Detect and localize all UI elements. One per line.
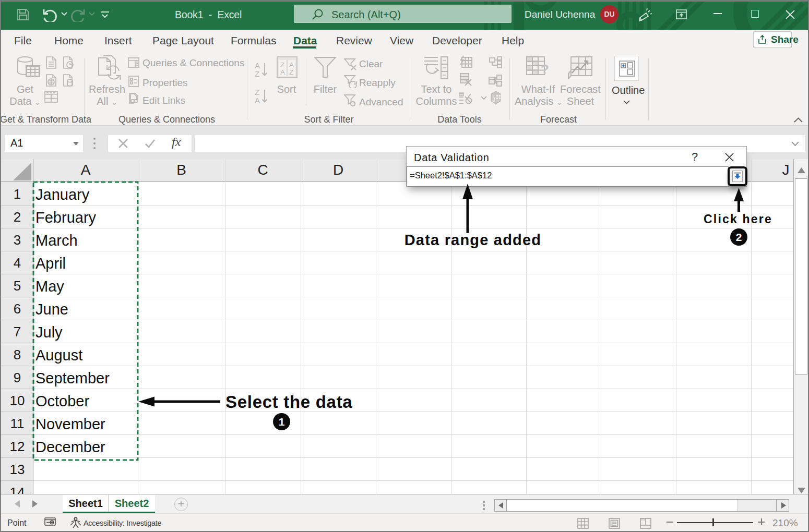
- svg-text:?: ?: [541, 62, 549, 77]
- svg-text:Z: Z: [280, 61, 284, 69]
- svg-text:A: A: [255, 96, 260, 104]
- svg-text:Z: Z: [289, 68, 293, 76]
- svg-text:Z: Z: [255, 88, 259, 96]
- svg-text:A: A: [255, 62, 260, 70]
- svg-text:Z: Z: [255, 69, 259, 77]
- svg-text:J: J: [492, 97, 495, 103]
- svg-text:A: A: [280, 68, 285, 76]
- svg-text:A: A: [289, 61, 294, 69]
